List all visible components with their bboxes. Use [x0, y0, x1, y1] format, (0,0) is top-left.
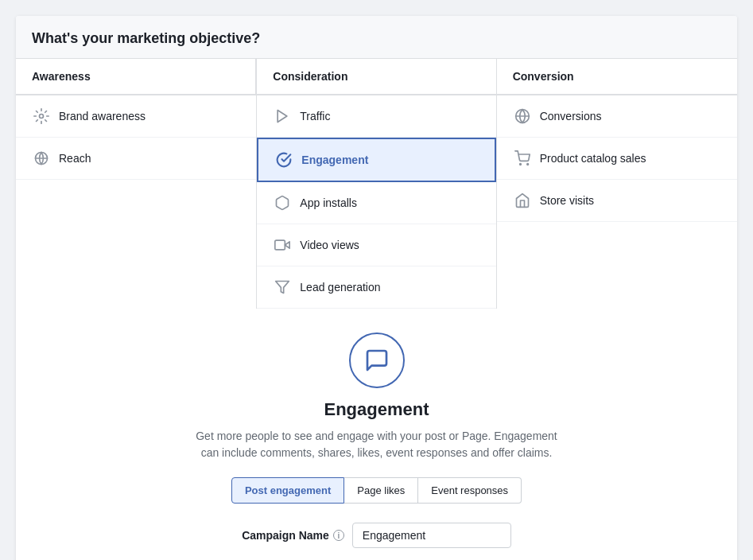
col-consideration: Traffic Engagement App [256, 95, 496, 309]
store-visits-label: Store visits [540, 194, 594, 207]
campaign-name-row: Campaign Name i [242, 523, 511, 548]
subtype-post-engagement[interactable]: Post engagement [231, 477, 344, 504]
conversions-icon [513, 107, 532, 126]
col-awareness: Brand awareness Reach [16, 95, 256, 309]
objectives-body: Brand awareness Reach [16, 95, 737, 309]
svg-rect-12 [275, 240, 285, 250]
store-visits-icon [513, 191, 532, 210]
objective-lead-generation[interactable]: Lead generation [257, 266, 495, 309]
reach-label: Reach [59, 152, 91, 165]
svg-line-3 [37, 111, 38, 113]
brand-awareness-icon [32, 107, 51, 126]
header-awareness: Awareness [16, 59, 256, 95]
lead-gen-icon [273, 278, 292, 297]
page-title: What's your marketing objective? [16, 16, 737, 59]
lead-generation-label: Lead generation [300, 281, 380, 294]
subtype-event-responses[interactable]: Event responses [418, 477, 522, 504]
objective-reach[interactable]: Reach [16, 138, 256, 180]
objective-store-visits[interactable]: Store visits [497, 180, 737, 222]
subtype-page-likes[interactable]: Page likes [344, 477, 418, 504]
detail-icon-circle [349, 332, 405, 388]
traffic-icon [273, 107, 292, 126]
product-catalog-label: Product catalog sales [540, 152, 646, 165]
col-conversion: Conversions Product catalog sales [497, 95, 737, 309]
svg-line-8 [45, 111, 47, 113]
conversions-label: Conversions [540, 110, 602, 122]
column-headers: Awareness Consideration Conversion [16, 59, 737, 95]
detail-title: Engagement [324, 399, 429, 420]
header-consideration: Consideration [256, 59, 496, 95]
page-container: What's your marketing objective? Awarene… [16, 16, 737, 560]
detail-section: Engagement Get more people to see and en… [16, 309, 737, 560]
svg-point-17 [526, 164, 528, 165]
app-installs-label: App installs [300, 196, 357, 209]
svg-line-4 [45, 120, 47, 122]
brand-awareness-label: Brand awareness [59, 110, 146, 122]
campaign-name-label: Campaign Name i [242, 529, 344, 542]
objective-product-catalog[interactable]: Product catalog sales [497, 138, 737, 180]
objective-traffic[interactable]: Traffic [257, 95, 495, 138]
objective-brand-awareness[interactable]: Brand awareness [16, 95, 256, 138]
campaign-name-info-icon[interactable]: i [333, 530, 344, 541]
subtypes-group: Post engagement Page likes Event respons… [231, 477, 522, 504]
engagement-icon [274, 150, 293, 169]
svg-point-16 [519, 164, 521, 165]
video-views-icon [273, 235, 292, 255]
detail-description: Get more people to see and engage with y… [186, 428, 568, 461]
campaign-name-input[interactable] [352, 523, 511, 548]
app-installs-icon [273, 193, 292, 212]
objective-video-views[interactable]: Video views [257, 224, 495, 266]
header-conversion: Conversion [497, 59, 737, 95]
reach-icon [32, 149, 51, 168]
svg-point-0 [40, 115, 44, 119]
product-catalog-icon [513, 149, 532, 168]
objective-conversions[interactable]: Conversions [497, 95, 737, 138]
engagement-label: Engagement [301, 154, 368, 166]
svg-line-7 [37, 120, 38, 122]
video-views-label: Video views [300, 239, 359, 251]
svg-marker-11 [285, 242, 290, 248]
svg-marker-13 [276, 282, 289, 294]
traffic-label: Traffic [300, 110, 330, 122]
objective-app-installs[interactable]: App installs [257, 182, 495, 224]
objective-engagement[interactable]: Engagement [257, 138, 495, 182]
